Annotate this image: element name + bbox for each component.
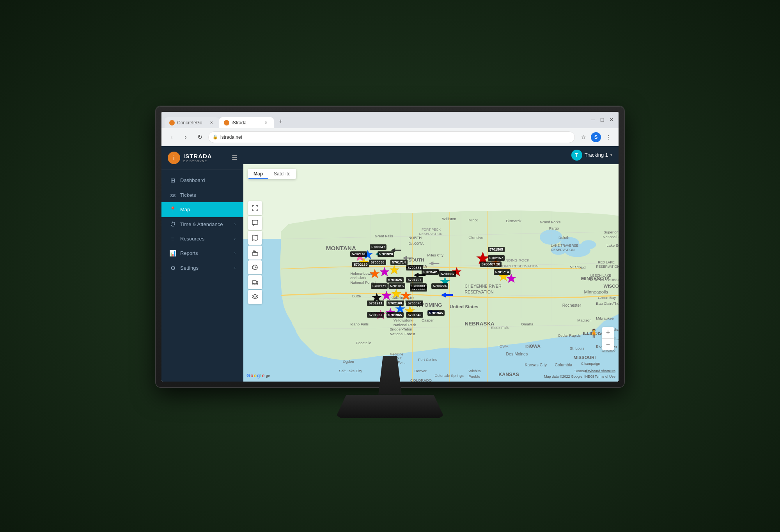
app-body: i ISTRADA BY SYSDYNE ☰ ⊞ Das (161, 146, 619, 382)
maximize-button[interactable]: □ (598, 116, 606, 124)
keyboard-shortcuts[interactable]: Keyboard shortcuts (585, 369, 615, 373)
fullscreen-button[interactable] (248, 201, 262, 215)
marker-label: 5701965 (386, 312, 403, 318)
svg-text:WISCONSIN: WISCONSIN (604, 284, 619, 288)
svg-text:Superior: Superior (604, 230, 618, 234)
sidebar-item-label: Dashboard (180, 177, 205, 183)
chevron-icon: › (234, 266, 236, 270)
svg-point-6 (581, 240, 596, 249)
factory-button[interactable] (248, 246, 262, 260)
marker-label: 5701542 (422, 269, 438, 275)
svg-text:Williston: Williston (442, 217, 456, 221)
truck-button[interactable] (248, 275, 262, 289)
svg-text:Eau Claire: Eau Claire (596, 301, 613, 305)
svg-point-110 (253, 283, 254, 285)
bookmark-button[interactable]: ☆ (578, 132, 589, 143)
svg-text:FORT PECK: FORT PECK (422, 228, 441, 232)
sidebar-item-time-attendance[interactable]: ⏱ Time & Attendance › (161, 217, 243, 232)
marker-label: 5701540 (406, 312, 423, 318)
monitor-bezel: ConcreteGo ✕ iStrada ✕ + ─ (156, 106, 624, 387)
sidebar-item-map[interactable]: 📍 Map (161, 202, 243, 217)
logo-mark: i ISTRADA BY SYSDYNE (168, 152, 212, 164)
history-button[interactable] (248, 260, 262, 274)
svg-marker-120 (390, 265, 399, 274)
map-zoom-controls: + − (602, 327, 614, 350)
pegman[interactable]: 🧍 (589, 329, 599, 339)
svg-rect-106 (252, 253, 258, 255)
sidebar-item-reports[interactable]: 📊 Reports › (161, 246, 243, 261)
marker-label: 5700337 (439, 271, 456, 277)
map-type-satellite[interactable]: Satellite (268, 169, 296, 179)
sidebar-item-dashboard[interactable]: ⊞ Dashboard (161, 173, 243, 188)
map-view-button[interactable] (248, 231, 262, 245)
svg-text:Sioux Falls: Sioux Falls (491, 325, 509, 330)
svg-text:Madison: Madison (577, 318, 591, 322)
svg-text:Pocatello: Pocatello (356, 340, 372, 345)
refresh-button[interactable]: ↻ (194, 132, 205, 143)
svg-text:Pueblo: Pueblo (468, 374, 480, 378)
marker-label: 5701714 (390, 260, 407, 265)
add-tab-button[interactable]: + (275, 116, 286, 127)
sidebar-item-settings[interactable]: ⚙ Settings › (161, 261, 243, 276)
zoom-in-button[interactable]: + (602, 327, 614, 339)
svg-text:Lake Superior: Lake Superior (606, 243, 619, 247)
marker-label: 5700171 (371, 283, 388, 289)
sidebar-item-resources[interactable]: ≡ Resources › (161, 232, 243, 246)
comment-button[interactable] (248, 216, 262, 230)
svg-text:Cedar Rapids: Cedar Rapids (558, 333, 581, 337)
map-type-map[interactable]: Map (248, 169, 268, 179)
svg-text:Salt Lake City: Salt Lake City (339, 368, 362, 373)
marker-label: 5701625 (386, 277, 403, 283)
zoom-out-button[interactable]: − (602, 339, 614, 350)
sidebar: i ISTRADA BY SYSDYNE ☰ ⊞ Das (161, 146, 243, 382)
marker-label: 5702157 (488, 255, 505, 261)
svg-rect-107 (253, 250, 254, 251)
marker-label: 5701920 (378, 251, 394, 257)
tab-concretego[interactable]: ConcreteGo ✕ (165, 117, 219, 128)
svg-text:COLORADO: COLORADO (410, 378, 432, 381)
svg-text:Omaha: Omaha (521, 322, 534, 326)
svg-text:Medicine: Medicine (390, 352, 403, 356)
svg-text:Idaho Falls: Idaho Falls (350, 322, 369, 326)
close-button[interactable]: ✕ (608, 116, 615, 124)
map-attribution: Map data ©2022 Google, INEGI Terms of Us… (544, 375, 615, 378)
logo-text: ISTRADA (183, 153, 212, 159)
minimize-button[interactable]: ─ (589, 116, 597, 124)
settings-icon: ⚙ (169, 265, 176, 272)
marker-label: 5700347 (370, 244, 386, 250)
tab-close-concretego[interactable]: ✕ (208, 120, 214, 126)
monitor-screen: ConcreteGo ✕ iStrada ✕ + ─ (161, 112, 619, 382)
back-button[interactable]: ‹ (166, 132, 177, 143)
tab-favicon-istrada (224, 120, 229, 125)
svg-text:Des Moines: Des Moines (506, 351, 528, 356)
svg-text:Colorado Springs: Colorado Springs (435, 373, 464, 378)
tracking-button[interactable]: T Tracking 1 ▾ (571, 150, 612, 161)
hamburger-button[interactable]: ☰ (232, 154, 237, 161)
svg-text:St. Louis: St. Louis (570, 346, 585, 350)
menu-button[interactable]: ⋮ (603, 132, 614, 143)
profile-button[interactable]: S (590, 132, 601, 143)
forward-button[interactable]: › (180, 132, 191, 143)
chevron-icon: › (234, 251, 236, 255)
tickets-icon: 🎟 (169, 192, 176, 198)
sidebar-item-tickets[interactable]: 🎟 Tickets (161, 188, 243, 202)
tab-istrada[interactable]: iStrada ✕ (219, 117, 274, 128)
app-header: T Tracking 1 ▾ (243, 146, 619, 164)
tab-close-istrada[interactable]: ✕ (263, 120, 269, 126)
chevron-icon: › (234, 237, 236, 241)
svg-text:NATIONAL FOREST: NATIONAL FOREST (589, 278, 619, 282)
layers-button[interactable] (248, 290, 262, 304)
logo-subtext: BY SYSDYNE (183, 159, 212, 163)
marker-label: 5701714 (494, 269, 511, 275)
main-content: T Tracking 1 ▾ (243, 146, 619, 382)
marker-label: 5701707 (406, 277, 423, 283)
url-bar[interactable]: 🔒 istrada.net (208, 131, 575, 143)
sidebar-item-label: Map (180, 207, 190, 212)
map-tools-left (248, 186, 262, 304)
lock-icon: 🔒 (213, 134, 218, 140)
svg-text:Grand Forks: Grand Forks (540, 220, 561, 224)
svg-text:Fort Collins: Fort Collins (418, 357, 437, 362)
svg-text:Thunder Bay: Thunder Bay (613, 301, 619, 305)
svg-text:IOWA: IOWA (528, 344, 541, 348)
svg-text:Ogden: Ogden (343, 359, 354, 363)
